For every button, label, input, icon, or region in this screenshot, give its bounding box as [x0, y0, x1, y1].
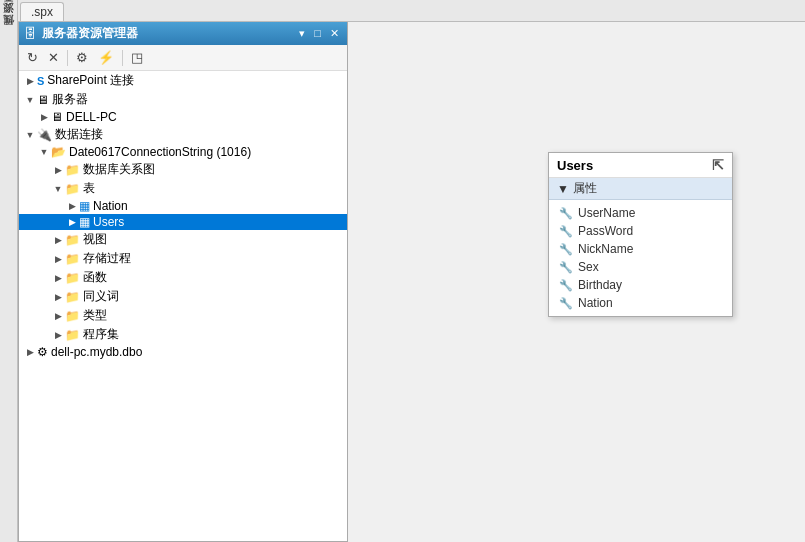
arrow-tables: ▼ — [51, 184, 65, 194]
icon-synonyms: 📁 — [65, 290, 80, 304]
icon-storedprocs: 📁 — [65, 252, 80, 266]
users-card-collapse-button[interactable]: ⇱ — [712, 157, 724, 173]
label-tables: 表 — [83, 180, 95, 197]
icon-date0617: 📂 — [51, 145, 66, 159]
tree-item-storedprocs[interactable]: ▶ 📁 存储过程 — [19, 249, 347, 268]
wrench-icon-birthday — [559, 278, 573, 292]
icon-dellpc: 🖥 — [51, 110, 63, 124]
label-nation: Nation — [93, 199, 128, 213]
arrow-dellmydb: ▶ — [23, 347, 37, 357]
section-expand-icon: ▼ — [557, 182, 569, 196]
tree-item-dataconn[interactable]: ▼ 🔌 数据连接 — [19, 125, 347, 144]
icon-servers: 🖥 — [37, 93, 49, 107]
icon-sharepoint: S — [37, 75, 44, 87]
arrow-servers: ▼ — [23, 95, 37, 105]
new-conn-button[interactable]: ⚡ — [94, 47, 118, 68]
field-label-birthday: Birthday — [578, 278, 622, 292]
icon-users: ▦ — [79, 215, 90, 229]
sidebar-tab-1[interactable]: 工具 — [0, 4, 18, 16]
label-storedprocs: 存储过程 — [83, 250, 131, 267]
arrow-types: ▶ — [51, 311, 65, 321]
tab-spx[interactable]: .spx — [20, 2, 64, 21]
arrow-sharepoint: ▶ — [23, 76, 37, 86]
tree-item-dellmydb[interactable]: ▶ ⚙ dell-pc.mydb.dbo — [19, 344, 347, 360]
icon-types: 📁 — [65, 309, 80, 323]
explorer-title-text: 服务器资源管理器 — [42, 25, 296, 42]
label-assemblies: 程序集 — [83, 326, 119, 343]
tree-item-dellpc[interactable]: ▶ 🖥 DELL-PC — [19, 109, 347, 125]
arrow-views: ▶ — [51, 235, 65, 245]
wrench-icon-nation — [559, 296, 573, 310]
restore-button[interactable]: □ — [311, 27, 324, 40]
label-dbdiagram: 数据库关系图 — [83, 161, 155, 178]
users-card-header: Users ⇱ — [549, 153, 732, 178]
collapse-button[interactable]: ◳ — [127, 47, 147, 68]
sidebar-tab-3[interactable]: 属性 — [0, 28, 18, 40]
wrench-icon-sex — [559, 260, 573, 274]
icon-functions: 📁 — [65, 271, 80, 285]
label-dellmydb: dell-pc.mydb.dbo — [51, 345, 142, 359]
sidebar-tab-2[interactable]: 资源 — [0, 16, 18, 28]
tree-item-servers[interactable]: ▼ 🖥 服务器 — [19, 90, 347, 109]
icon-views: 📁 — [65, 233, 80, 247]
tree-item-nation[interactable]: ▶ ▦ Nation — [19, 198, 347, 214]
tree-item-assemblies[interactable]: ▶ 📁 程序集 — [19, 325, 347, 344]
arrow-dellpc: ▶ — [37, 112, 51, 122]
icon-dbdiagram: 📁 — [65, 163, 80, 177]
users-card: Users ⇱ ▼ 属性 UserName PassWord — [548, 152, 733, 317]
users-card-fields: UserName PassWord NickName Sex — [549, 200, 732, 316]
refresh-button[interactable]: ↻ — [23, 47, 42, 68]
field-nickname: NickName — [549, 240, 732, 258]
section-label: 属性 — [573, 180, 597, 197]
icon-nation: ▦ — [79, 199, 90, 213]
tree-item-sharepoint[interactable]: ▶ S SharePoint 连接 — [19, 71, 347, 90]
close-button[interactable]: ✕ — [327, 27, 342, 40]
arrow-dataconn: ▼ — [23, 130, 37, 140]
filter-button[interactable]: ⚙ — [72, 47, 92, 68]
explorer-window: 🗄 服务器资源管理器 ▾ □ ✕ ↻ ✕ ⚙ ⚡ ◳ ▶ — [18, 22, 348, 542]
field-label-sex: Sex — [578, 260, 599, 274]
field-password: PassWord — [549, 222, 732, 240]
icon-dellmydb: ⚙ — [37, 345, 48, 359]
label-dataconn: 数据连接 — [55, 126, 103, 143]
field-label-nation: Nation — [578, 296, 613, 310]
field-birthday: Birthday — [549, 276, 732, 294]
tree-item-types[interactable]: ▶ 📁 类型 — [19, 306, 347, 325]
explorer-titlebar: 🗄 服务器资源管理器 ▾ □ ✕ — [19, 22, 347, 45]
toolbar-sep-2 — [122, 50, 123, 66]
toolbar-sep-1 — [67, 50, 68, 66]
icon-dataconn: 🔌 — [37, 128, 52, 142]
users-card-section: ▼ 属性 — [549, 178, 732, 200]
stop-button[interactable]: ✕ — [44, 47, 63, 68]
main-panel: .spx 🗄 服务器资源管理器 ▾ □ ✕ ↻ ✕ ⚙ ⚡ ◳ — [18, 0, 805, 542]
users-card-title: Users — [557, 158, 593, 173]
arrow-date0617: ▼ — [37, 147, 51, 157]
field-label-nickname: NickName — [578, 242, 633, 256]
arrow-synonyms: ▶ — [51, 292, 65, 302]
layout-container: 🗄 服务器资源管理器 ▾ □ ✕ ↻ ✕ ⚙ ⚡ ◳ ▶ — [18, 22, 805, 542]
arrow-dbdiagram: ▶ — [51, 165, 65, 175]
label-dellpc: DELL-PC — [66, 110, 117, 124]
pin-button[interactable]: ▾ — [296, 27, 308, 40]
tree-item-functions[interactable]: ▶ 📁 函数 — [19, 268, 347, 287]
arrow-functions: ▶ — [51, 273, 65, 283]
label-users: Users — [93, 215, 124, 229]
tree-item-users[interactable]: ▶ ▦ Users — [19, 214, 347, 230]
wrench-icon-username — [559, 206, 573, 220]
sidebar-strip: 工具 资源 属性 — [0, 0, 18, 542]
field-sex: Sex — [549, 258, 732, 276]
label-views: 视图 — [83, 231, 107, 248]
explorer-title-icon: 🗄 — [24, 26, 37, 41]
tree-item-tables[interactable]: ▼ 📁 表 — [19, 179, 347, 198]
wrench-icon-nickname — [559, 242, 573, 256]
tree-item-date0617[interactable]: ▼ 📂 Date0617ConnectionString (1016) — [19, 144, 347, 160]
tree-item-synonyms[interactable]: ▶ 📁 同义词 — [19, 287, 347, 306]
tree-item-views[interactable]: ▶ 📁 视图 — [19, 230, 347, 249]
icon-assemblies: 📁 — [65, 328, 80, 342]
arrow-assemblies: ▶ — [51, 330, 65, 340]
label-functions: 函数 — [83, 269, 107, 286]
field-label-username: UserName — [578, 206, 635, 220]
content-area: Users ⇱ ▼ 属性 UserName PassWord — [348, 22, 805, 542]
label-synonyms: 同义词 — [83, 288, 119, 305]
tree-item-dbdiagram[interactable]: ▶ 📁 数据库关系图 — [19, 160, 347, 179]
